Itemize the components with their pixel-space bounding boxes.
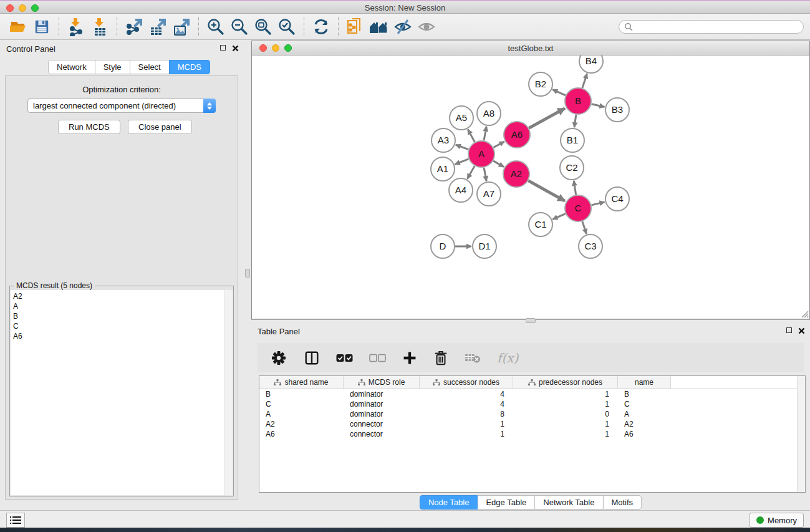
import-table-icon[interactable] bbox=[88, 16, 112, 37]
export-table-icon[interactable] bbox=[146, 16, 170, 37]
tab-network-table[interactable]: Network Table bbox=[534, 495, 603, 510]
graph-node-label: B4 bbox=[586, 56, 597, 66]
graph-edge[interactable] bbox=[582, 221, 587, 234]
graph-edge[interactable] bbox=[468, 129, 475, 142]
refresh-view-icon[interactable] bbox=[309, 16, 333, 37]
graph-edge[interactable] bbox=[574, 181, 576, 195]
column-header-predecessor-nodes[interactable]: predecessor nodes bbox=[513, 376, 618, 389]
run-mcds-button[interactable]: Run MCDS bbox=[58, 120, 120, 134]
graph-edge[interactable] bbox=[456, 145, 469, 149]
mcds-result-scrollbar[interactable] bbox=[224, 290, 233, 495]
close-panel-icon[interactable] bbox=[798, 327, 805, 334]
memory-button[interactable]: Memory bbox=[750, 513, 804, 528]
close-panel-icon[interactable] bbox=[232, 45, 239, 52]
table-cell: B bbox=[618, 390, 671, 399]
column-header-label: successor nodes bbox=[443, 378, 499, 387]
export-network-icon[interactable] bbox=[122, 16, 146, 37]
table-row[interactable]: Bdominator41B bbox=[259, 389, 805, 399]
table-cell: 0 bbox=[513, 410, 618, 418]
mcds-result-item[interactable]: C bbox=[11, 321, 233, 331]
graph-edge[interactable] bbox=[455, 159, 469, 164]
table-cell: B bbox=[259, 390, 344, 399]
graph-edge[interactable] bbox=[493, 142, 504, 148]
create-column-plus-icon[interactable] bbox=[402, 351, 417, 365]
column-header-mcds-role[interactable]: MCDS role bbox=[344, 376, 420, 389]
table-row[interactable]: Adominator80A bbox=[259, 409, 805, 419]
task-history-button[interactable] bbox=[6, 513, 25, 528]
new-network-from-selection-icon[interactable] bbox=[344, 16, 367, 37]
graph-edge[interactable] bbox=[493, 161, 504, 167]
delete-table-icon[interactable] bbox=[465, 352, 481, 364]
table-settings-gear-icon[interactable] bbox=[270, 349, 287, 367]
export-image-icon[interactable] bbox=[170, 16, 193, 37]
open-file-icon[interactable] bbox=[6, 16, 30, 37]
tab-motifs[interactable]: Motifs bbox=[602, 495, 642, 510]
deselect-all-columns-icon[interactable] bbox=[369, 354, 386, 362]
mcds-result-item[interactable]: A6 bbox=[11, 331, 233, 341]
hide-selected-icon[interactable] bbox=[391, 16, 415, 37]
select-all-columns-icon[interactable] bbox=[336, 354, 353, 362]
graph-edge[interactable] bbox=[591, 202, 604, 205]
tab-edge-table[interactable]: Edge Table bbox=[477, 495, 535, 510]
network-canvas[interactable]: B4B2BB3A8A5A6A3B1AA1C2A2A4A7C4CC1C3DD1 bbox=[252, 56, 809, 319]
zoom-out-icon[interactable] bbox=[228, 16, 251, 37]
mcds-result-list[interactable]: A2ABCA6 bbox=[11, 290, 233, 495]
zoom-selected-icon[interactable] bbox=[275, 16, 299, 37]
graph-edge[interactable] bbox=[467, 166, 475, 179]
show-all-icon[interactable] bbox=[415, 16, 438, 37]
import-network-icon[interactable] bbox=[64, 16, 88, 37]
tab-select[interactable]: Select bbox=[130, 60, 170, 74]
graph-node-label: A bbox=[478, 148, 485, 159]
function-builder-icon[interactable]: f(x) bbox=[497, 351, 518, 365]
column-header-successor-nodes[interactable]: successor nodes bbox=[420, 376, 513, 389]
graph-edge[interactable] bbox=[529, 109, 565, 128]
delete-column-trash-icon[interactable] bbox=[433, 350, 448, 366]
graph-edge[interactable] bbox=[582, 74, 587, 88]
toolbar-separator bbox=[198, 17, 199, 36]
search-input[interactable] bbox=[635, 22, 798, 31]
tab-network[interactable]: Network bbox=[48, 60, 95, 74]
zoom-fit-icon[interactable] bbox=[251, 16, 275, 37]
graph-edge[interactable] bbox=[484, 127, 486, 141]
table-row[interactable]: A6connector11A6 bbox=[259, 429, 805, 439]
graph-node-label: A5 bbox=[456, 112, 467, 123]
column-header-name[interactable]: name bbox=[618, 376, 671, 389]
column-header-label: predecessor nodes bbox=[539, 378, 602, 387]
table-tabs: Node Table Edge Table Network Table Moti… bbox=[420, 495, 642, 510]
show-columns-icon[interactable] bbox=[304, 350, 320, 366]
mcds-panel: Optimization criterion: largest connecte… bbox=[5, 75, 238, 500]
graph-edge[interactable] bbox=[552, 214, 566, 220]
splitter-grip-icon[interactable] bbox=[245, 269, 250, 278]
attribute-icon bbox=[528, 379, 536, 386]
panel-splitter[interactable] bbox=[244, 41, 251, 510]
tab-style[interactable]: Style bbox=[95, 60, 130, 74]
mcds-result-item[interactable]: A2 bbox=[11, 291, 233, 301]
search-field[interactable] bbox=[619, 20, 804, 34]
table-cell: 1 bbox=[513, 400, 618, 409]
graph-edge[interactable] bbox=[484, 168, 486, 181]
float-panel-icon[interactable] bbox=[220, 45, 226, 51]
save-session-icon[interactable] bbox=[30, 16, 54, 37]
toolbar-separator bbox=[117, 17, 117, 36]
close-panel-button[interactable]: Close panel bbox=[128, 120, 192, 134]
zoom-in-icon[interactable] bbox=[204, 16, 228, 37]
table-row[interactable]: Cdominator41C bbox=[259, 399, 805, 409]
graph-node-label: B1 bbox=[567, 135, 578, 145]
mcds-result-item[interactable]: B bbox=[11, 311, 233, 321]
splitter-grip-icon[interactable] bbox=[526, 318, 536, 323]
graph-edge[interactable] bbox=[574, 115, 576, 127]
optimization-criterion-dropdown[interactable]: largest connected component (directed) bbox=[27, 99, 216, 113]
graph-edge[interactable] bbox=[591, 104, 604, 107]
mcds-result-item[interactable]: A bbox=[11, 301, 233, 311]
graph-edge[interactable] bbox=[528, 181, 565, 201]
float-panel-icon[interactable] bbox=[786, 327, 792, 333]
table-row[interactable]: A2connector11A2 bbox=[259, 419, 805, 429]
table-scrollbar[interactable] bbox=[797, 376, 805, 492]
tab-node-table[interactable]: Node Table bbox=[420, 495, 478, 510]
window-resize-grip-icon[interactable] bbox=[800, 309, 809, 318]
graph-node-label: A7 bbox=[483, 188, 494, 199]
tab-mcds[interactable]: MCDS bbox=[169, 60, 210, 74]
graph-edge[interactable] bbox=[552, 90, 566, 95]
first-neighbors-icon[interactable] bbox=[367, 16, 391, 37]
column-header-shared-name[interactable]: shared name bbox=[259, 376, 344, 389]
